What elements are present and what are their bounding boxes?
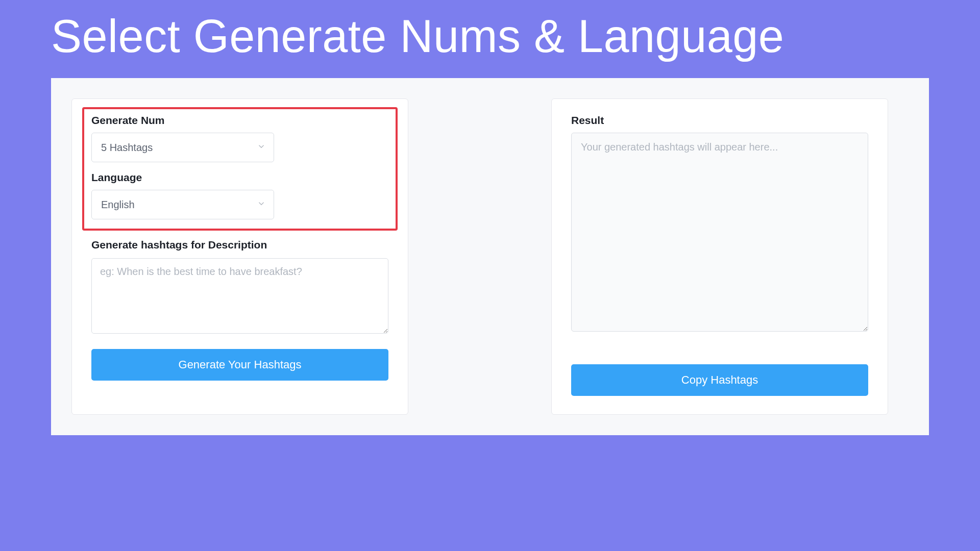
language-group: Language English [91,171,388,219]
result-output[interactable] [571,133,868,332]
language-label: Language [91,171,388,184]
description-input[interactable] [91,258,388,334]
generate-num-group: Generate Num 5 Hashtags [91,114,388,162]
generate-num-select[interactable]: 5 Hashtags [91,133,274,162]
page-title: Select Generate Nums & Language [0,0,980,68]
result-label: Result [571,114,868,127]
language-select-wrap: English [91,190,274,219]
highlight-box: Generate Num 5 Hashtags Language English [82,107,398,231]
generate-num-value: 5 Hashtags [101,142,153,154]
result-card: Result Copy Hashtags [551,98,888,415]
language-value: English [101,199,135,211]
generate-num-label: Generate Num [91,114,388,127]
main-panel: Generate Num 5 Hashtags Language English [51,78,929,435]
copy-button[interactable]: Copy Hashtags [571,364,868,396]
generator-card: Generate Num 5 Hashtags Language English [71,98,408,415]
generate-button[interactable]: Generate Your Hashtags [91,349,388,381]
language-select[interactable]: English [91,190,274,219]
description-label: Generate hashtags for Description [91,239,388,251]
generate-num-select-wrap: 5 Hashtags [91,133,274,162]
